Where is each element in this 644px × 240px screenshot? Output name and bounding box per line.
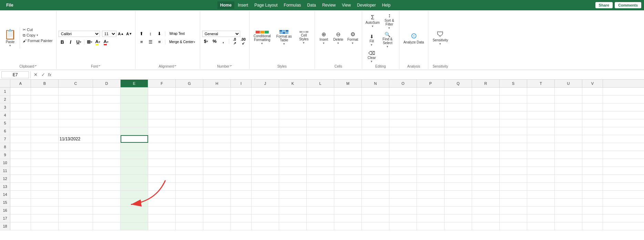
cell-T12[interactable] [527, 175, 555, 182]
cell-V10[interactable] [582, 159, 603, 167]
cell-F14[interactable] [148, 191, 176, 198]
align-middle-button[interactable]: ↕ [146, 30, 155, 38]
cell-A7[interactable] [10, 135, 31, 143]
cell-H6[interactable] [203, 127, 231, 135]
cell-S11[interactable] [500, 167, 527, 174]
cell-E2[interactable] [121, 96, 148, 103]
wrap-text-button[interactable]: Wrap Text [167, 30, 187, 38]
cell-B1[interactable] [31, 88, 59, 95]
cell-G14[interactable] [176, 191, 203, 198]
cell-P4[interactable] [417, 111, 444, 119]
cell-L4[interactable] [307, 111, 334, 119]
cell-K16[interactable] [279, 207, 307, 214]
cell-T6[interactable] [527, 127, 555, 135]
cell-O2[interactable] [389, 96, 417, 103]
cell-D13[interactable] [93, 183, 121, 190]
cell-R13[interactable] [472, 183, 500, 190]
currency-button[interactable]: $▾ [202, 38, 210, 45]
col-header-v[interactable]: V [582, 80, 603, 87]
cell-V18[interactable] [582, 222, 603, 230]
cell-J17[interactable] [252, 214, 279, 222]
cell-H3[interactable] [203, 103, 231, 111]
number-dialog-icon[interactable]: ⌐ [230, 64, 232, 68]
cell-A17[interactable] [10, 214, 31, 222]
col-header-h[interactable]: H [203, 80, 231, 87]
cell-T14[interactable] [527, 191, 555, 198]
cell-P14[interactable] [417, 191, 444, 198]
cell-P3[interactable] [417, 103, 444, 111]
cell-S4[interactable] [500, 111, 527, 119]
cell-T13[interactable] [527, 183, 555, 190]
cell-A11[interactable] [10, 167, 31, 174]
cell-A2[interactable] [10, 96, 31, 103]
cell-S16[interactable] [500, 207, 527, 214]
cell-O12[interactable] [389, 175, 417, 182]
cell-F3[interactable] [148, 103, 176, 111]
cell-S2[interactable] [500, 96, 527, 103]
cell-S6[interactable] [500, 127, 527, 135]
sensitivity-button[interactable]: 🛡 Sensitivity ▾ [430, 30, 450, 46]
cell-L14[interactable] [307, 191, 334, 198]
cell-R9[interactable] [472, 151, 500, 159]
italic-button[interactable]: I [67, 38, 74, 46]
percent-button[interactable]: % [211, 38, 218, 45]
cell-L3[interactable] [307, 103, 334, 111]
cell-O5[interactable] [389, 119, 417, 127]
cell-Q11[interactable] [444, 167, 472, 174]
cell-I15[interactable] [231, 199, 252, 206]
cell-D9[interactable] [93, 151, 121, 159]
cell-D14[interactable] [93, 191, 121, 198]
cell-I3[interactable] [231, 103, 252, 111]
cell-H5[interactable] [203, 119, 231, 127]
merge-center-button[interactable]: Merge & Center ▾ [167, 38, 198, 46]
cell-M9[interactable] [334, 151, 362, 159]
cell-P6[interactable] [417, 127, 444, 135]
col-header-a[interactable]: A [10, 80, 31, 87]
cell-F4[interactable] [148, 111, 176, 119]
cell-K1[interactable] [279, 88, 307, 95]
cell-E9[interactable] [121, 151, 148, 159]
cell-G16[interactable] [176, 207, 203, 214]
cell-I6[interactable] [231, 127, 252, 135]
cell-I14[interactable] [231, 191, 252, 198]
cell-H2[interactable] [203, 96, 231, 103]
cell-C13[interactable] [59, 183, 93, 190]
cell-J12[interactable] [252, 175, 279, 182]
fill-color-button[interactable]: A ▾ [94, 38, 102, 46]
cell-B13[interactable] [31, 183, 59, 190]
fill-button[interactable]: ⬇ Fill ▾ [364, 31, 379, 49]
cell-G6[interactable] [176, 127, 203, 135]
col-header-l[interactable]: L [307, 80, 334, 87]
cell-R14[interactable] [472, 191, 500, 198]
cell-M14[interactable] [334, 191, 362, 198]
cell-E8[interactable] [121, 143, 148, 151]
row-header-7[interactable]: 7 [0, 135, 10, 143]
confirm-formula-button[interactable]: ✓ [40, 71, 47, 78]
row-header-2[interactable]: 2 [0, 96, 10, 103]
align-bottom-button[interactable]: ⬇ [155, 30, 164, 38]
cell-H16[interactable] [203, 207, 231, 214]
col-header-b[interactable]: B [31, 80, 59, 87]
cell-C7[interactable]: 11/13/2022 [59, 135, 93, 143]
cell-L16[interactable] [307, 207, 334, 214]
cell-D2[interactable] [93, 96, 121, 103]
col-header-p[interactable]: P [417, 80, 444, 87]
cell-Q8[interactable] [444, 143, 472, 151]
cell-A5[interactable] [10, 119, 31, 127]
cell-F2[interactable] [148, 96, 176, 103]
row-header-9[interactable]: 9 [0, 151, 10, 159]
cell-B4[interactable] [31, 111, 59, 119]
analyze-data-button[interactable]: ⊙ Analyze Data [401, 31, 426, 45]
cell-U15[interactable] [555, 199, 582, 206]
cell-Q6[interactable] [444, 127, 472, 135]
cell-D8[interactable] [93, 143, 121, 151]
cell-F15[interactable] [148, 199, 176, 206]
cell-Q4[interactable] [444, 111, 472, 119]
cell-I1[interactable] [231, 88, 252, 95]
cell-H17[interactable] [203, 214, 231, 222]
cell-A9[interactable] [10, 151, 31, 159]
cell-P13[interactable] [417, 183, 444, 190]
cell-T1[interactable] [527, 88, 555, 95]
cell-A14[interactable] [10, 191, 31, 198]
cell-A1[interactable] [10, 88, 31, 95]
